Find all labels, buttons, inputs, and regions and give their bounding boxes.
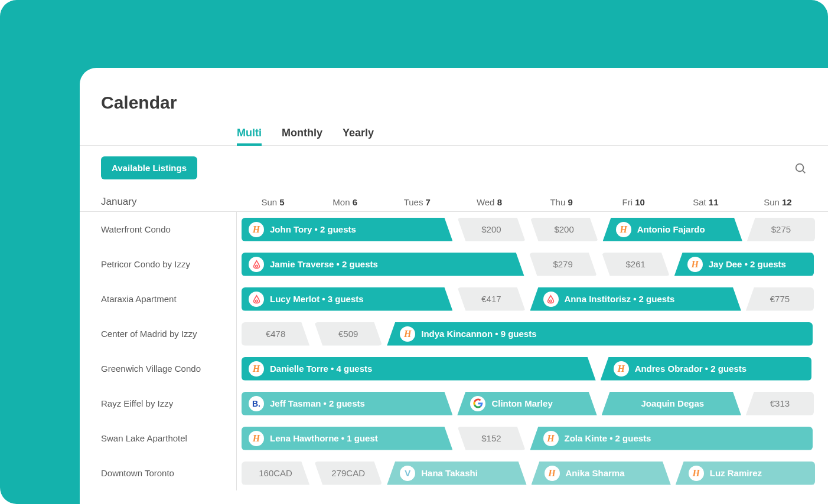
listing-row: Rayz Eiffel by IzzyB.Jeff Tasman • 2 gue… (80, 386, 828, 421)
listing-track: HLena Hawthorne • 1 guest$152HZola Kinte… (237, 421, 828, 456)
a-source-icon (249, 257, 264, 272)
listing-row: Greenwich Village CondoHDanielle Torre •… (80, 351, 828, 386)
booking-block[interactable]: HIndya Kincannon • 9 guests (387, 322, 813, 346)
svg-point-0 (796, 163, 804, 171)
price-cell[interactable]: 160CAD (242, 462, 309, 485)
calendar-grid: January Sun 5Mon 6Tues 7Wed 8Thu 9Fri 10… (80, 196, 828, 490)
price-cell[interactable]: €417 (457, 287, 525, 311)
booking-block[interactable]: Jamie Traverse • 2 guests (242, 253, 524, 276)
booking-label: Jeff Tasman • 2 guests (270, 398, 365, 408)
h-source-icon: H (543, 431, 559, 446)
booking-label: Jamie Traverse • 2 guests (270, 259, 378, 269)
booking-block[interactable]: Anna Institorisz • 2 guests (530, 287, 741, 311)
h-source-icon: H (614, 361, 629, 377)
h-source-icon: H (616, 222, 631, 237)
v-source-icon: V (400, 466, 415, 481)
booking-label: Clinton Marley (491, 398, 552, 408)
booking-label: Joaquin Degas (641, 398, 704, 408)
booking-label: Danielle Torre • 4 guests (270, 364, 372, 374)
svg-line-1 (803, 171, 805, 173)
calendar-window: Calendar MultiMonthlyYearly Available Li… (80, 68, 828, 504)
search-icon[interactable] (794, 162, 807, 175)
booking-block[interactable]: Clinton Marley (457, 392, 596, 415)
listing-name[interactable]: Downtown Toronto (80, 456, 237, 490)
booking-block[interactable]: Lucy Merlot • 3 guests (242, 287, 452, 311)
price-cell[interactable]: $261 (602, 253, 670, 276)
listing-row: Ataraxia ApartmentLucy Merlot • 3 guests… (80, 282, 828, 316)
booking-label: Andres Obrador • 2 guests (635, 364, 746, 374)
h-source-icon: H (249, 222, 264, 237)
svg-point-3 (255, 300, 257, 302)
price-cell[interactable]: €478 (242, 322, 309, 346)
booking-block[interactable]: HDanielle Torre • 4 guests (242, 357, 596, 381)
price-cell[interactable]: €313 (746, 392, 814, 415)
booking-label: Lucy Merlot • 3 guests (270, 294, 364, 304)
svg-point-4 (550, 300, 552, 302)
booking-label: Anika Sharma (566, 468, 625, 478)
booking-block[interactable]: Joaquin Degas (602, 392, 741, 415)
view-tabs: MultiMonthlyYearly (80, 122, 828, 146)
h-source-icon: H (689, 466, 704, 481)
booking-label: Antonio Fajardo (637, 224, 705, 234)
booking-label: Hana Takashi (421, 468, 478, 478)
booking-block[interactable]: HJay Dee • 2 guests (674, 253, 814, 276)
day-header: Sun 5 (237, 197, 309, 207)
day-header: Thu 9 (526, 197, 598, 207)
booking-label: Luz Ramirez (710, 468, 762, 478)
booking-label: Anna Institorisz • 2 guests (565, 294, 675, 304)
listing-track: HJohn Tory • 2 guests$200$200HAntonio Fa… (237, 212, 828, 247)
a-source-icon (543, 292, 559, 307)
toolbar: Available Listings (80, 146, 828, 179)
h-source-icon: H (249, 431, 264, 446)
tab-multi[interactable]: Multi (237, 122, 262, 145)
price-cell[interactable]: $279 (529, 253, 597, 276)
booking-block[interactable]: HJohn Tory • 2 guests (242, 218, 452, 241)
booking-block[interactable]: B.Jeff Tasman • 2 guests (242, 392, 452, 415)
price-cell[interactable]: $152 (457, 427, 525, 450)
booking-label: Jay Dee • 2 guests (709, 259, 786, 269)
listing-track: Lucy Merlot • 3 guests€417Anna Institori… (237, 282, 828, 316)
listing-row: Waterfront CondoHJohn Tory • 2 guests$20… (80, 212, 828, 247)
listing-track: €478€509HIndya Kincannon • 9 guests (237, 316, 828, 351)
booking-block[interactable]: VHana Takashi (387, 462, 526, 485)
price-cell[interactable]: €775 (746, 287, 814, 311)
b-source-icon: B. (249, 396, 264, 411)
listing-row: Downtown Toronto160CAD279CADVHana Takash… (80, 456, 828, 490)
price-cell[interactable]: 279CAD (314, 462, 382, 485)
listing-name[interactable]: Center of Madrid by Izzy (80, 316, 237, 351)
listing-name[interactable]: Rayz Eiffel by Izzy (80, 386, 237, 421)
booking-block[interactable]: HAndres Obrador • 2 guests (601, 357, 811, 381)
day-header: Sat 11 (670, 197, 742, 207)
booking-block[interactable]: HAnika Sharma (532, 462, 671, 485)
day-header: Wed 8 (453, 197, 525, 207)
booking-block[interactable]: HZola Kinte • 2 guests (530, 427, 813, 450)
listing-row: Center of Madrid by Izzy€478€509HIndya K… (80, 316, 828, 351)
h-source-icon: H (249, 361, 264, 377)
available-listings-button[interactable]: Available Listings (101, 156, 197, 179)
page-title: Calendar (80, 93, 828, 113)
listing-name[interactable]: Greenwich Village Condo (80, 351, 237, 386)
listing-track: Jamie Traverse • 2 guests$279$261HJay De… (237, 247, 828, 282)
booking-block[interactable]: HLena Hawthorne • 1 guest (242, 427, 452, 450)
booking-block[interactable]: HLuz Ramirez (676, 462, 815, 485)
price-cell[interactable]: $200 (530, 218, 598, 241)
booking-block[interactable]: HAntonio Fajardo (603, 218, 742, 241)
h-source-icon: H (400, 326, 415, 342)
listing-name[interactable]: Swan Lake Aparthotel (80, 421, 237, 456)
listing-track: B.Jeff Tasman • 2 guestsClinton MarleyJo… (237, 386, 828, 421)
a-source-icon (249, 292, 264, 307)
day-header: Tues 7 (381, 197, 453, 207)
listing-track: HDanielle Torre • 4 guestsHAndres Obrado… (237, 351, 828, 386)
listing-name[interactable]: Waterfront Condo (80, 212, 237, 247)
h-source-icon: H (545, 466, 560, 481)
listing-name[interactable]: Petricor Condo by Izzy (80, 247, 237, 282)
booking-label: John Tory • 2 guests (270, 224, 356, 234)
price-cell[interactable]: €509 (314, 322, 382, 346)
tab-monthly[interactable]: Monthly (282, 122, 322, 145)
price-cell[interactable]: $200 (457, 218, 525, 241)
listing-row: Petricor Condo by IzzyJamie Traverse • 2… (80, 247, 828, 282)
booking-label: Indya Kincannon • 9 guests (421, 329, 536, 339)
listing-name[interactable]: Ataraxia Apartment (80, 282, 237, 316)
price-cell[interactable]: $275 (747, 218, 815, 241)
tab-yearly[interactable]: Yearly (343, 122, 374, 145)
